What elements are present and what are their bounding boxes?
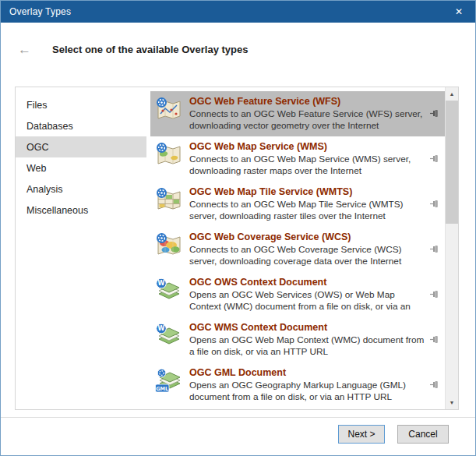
scrollbar-thumb[interactable]: [446, 101, 458, 224]
item-description: Opens an OGC Web Map Context (WMC) docum…: [189, 334, 426, 357]
item-title: OGC Web Map Tile Service (WMTS): [189, 186, 426, 197]
footer: Next > Cancel: [1, 417, 475, 455]
item-title: OGC Web Coverage Service (WCS): [189, 232, 426, 242]
window-title: Overlay Types: [1, 6, 71, 17]
pin-button[interactable]: [429, 379, 443, 393]
item-description: Opens an OGC Web Services (OWS) or Web M…: [189, 289, 426, 312]
sidebar-item-miscellaneous[interactable]: Miscellaneous: [16, 200, 146, 221]
pin-icon: [429, 380, 439, 390]
back-arrow-icon: ←: [18, 42, 31, 57]
sidebar-item-web[interactable]: Web: [16, 157, 146, 179]
scrollbar: ▲ ▼: [445, 87, 458, 409]
pin-button[interactable]: [429, 198, 443, 212]
list-item-wfs[interactable]: OGC Web Feature Service (WFS) Connects t…: [150, 91, 445, 136]
pin-button[interactable]: [429, 243, 443, 257]
item-title: OGC Web Feature Service (WFS): [189, 96, 426, 107]
list-item-gml[interactable]: GML OGC GML Document Opens an OGC Geogra…: [150, 362, 445, 408]
item-description: Connects to an OGC Web Map Tile Service …: [189, 199, 426, 221]
ows-context-icon: W: [155, 277, 183, 306]
item-title: OGC GML Document: [189, 367, 426, 378]
scrollbar-track[interactable]: [446, 101, 458, 396]
pin-button[interactable]: [429, 288, 443, 302]
pin-icon: [429, 289, 439, 299]
next-button[interactable]: Next >: [338, 425, 385, 444]
titlebar: Overlay Types ✕: [1, 1, 475, 23]
close-icon: ✕: [455, 6, 463, 17]
pin-icon: [429, 199, 439, 209]
pin-icon: [429, 334, 439, 345]
item-text: OGC Web Map Tile Service (WMTS) Connects…: [183, 186, 429, 221]
sidebar-item-analysis[interactable]: Analysis: [16, 179, 146, 200]
page-title: Select one of the available Overlay type…: [52, 44, 248, 55]
back-button[interactable]: ←: [18, 43, 31, 56]
item-text: OGC GML Document Opens an OGC Geography …: [183, 367, 429, 402]
item-title: OGC WMS Context Document: [189, 322, 426, 333]
overlay-type-list: OGC Web Feature Service (WFS) Connects t…: [146, 87, 445, 409]
svg-text:W: W: [158, 325, 165, 332]
item-description: Connects to an OGC Web Coverage Service …: [189, 244, 426, 267]
scroll-up-button[interactable]: ▲: [446, 87, 458, 101]
overlay-types-dialog: Overlay Types ✕ ← Select one of the avai…: [0, 0, 476, 456]
item-text: OGC OWS Context Document Opens an OGC We…: [183, 277, 429, 312]
list-item-ows-context[interactable]: W OGC OWS Context Document Opens an OGC …: [150, 272, 445, 317]
list-item-wcs[interactable]: OGC Web Coverage Service (WCS) Connects …: [150, 227, 445, 272]
pin-icon: [429, 154, 439, 164]
svg-text:W: W: [158, 280, 165, 287]
sidebar-item-files[interactable]: Files: [16, 94, 146, 115]
list-item-wms-context[interactable]: W OGC WMS Context Document Opens an OGC …: [150, 317, 445, 362]
item-text: OGC Web Coverage Service (WCS) Connects …: [183, 232, 429, 267]
cancel-button[interactable]: Cancel: [397, 425, 449, 444]
item-title: OGC OWS Context Document: [189, 277, 426, 288]
pin-button[interactable]: [429, 334, 443, 348]
wizard-header: ← Select one of the available Overlay ty…: [1, 23, 475, 76]
wms-map-icon: [155, 142, 183, 170]
item-title: OGC Web Map Service (WMS): [189, 141, 426, 152]
pin-button[interactable]: [429, 108, 443, 122]
gml-document-icon: GML: [155, 368, 183, 396]
category-sidebar: Files Databases OGC Web Analysis Miscell…: [16, 87, 146, 409]
item-text: OGC Web Map Service (WMS) Connects to an…: [183, 141, 429, 176]
item-description: Connects to an OGC Web Map Service (WMS)…: [189, 154, 426, 176]
list-item-wmts[interactable]: OGC Web Map Tile Service (WMTS) Connects…: [150, 182, 445, 227]
pin-icon: [429, 244, 439, 254]
item-description: Connects to an OGC Web Feature Service (…: [189, 108, 426, 131]
item-text: OGC Web Feature Service (WFS) Connects t…: [183, 96, 429, 131]
wmts-map-icon: [155, 187, 183, 215]
sidebar-item-ogc[interactable]: OGC: [16, 136, 146, 157]
chevron-down-icon: ▼: [450, 400, 455, 405]
wcs-map-icon: [155, 232, 183, 260]
scroll-down-button[interactable]: ▼: [446, 396, 458, 409]
wms-context-icon: W: [155, 323, 183, 351]
list-item-wms[interactable]: OGC Web Map Service (WMS) Connects to an…: [150, 136, 445, 182]
svg-text:GML: GML: [156, 386, 168, 392]
pin-icon: [429, 108, 439, 118]
wfs-map-icon: [155, 97, 183, 125]
item-text: OGC WMS Context Document Opens an OGC We…: [183, 322, 429, 357]
content-area: Files Databases OGC Web Analysis Miscell…: [15, 87, 459, 410]
sidebar-item-databases[interactable]: Databases: [16, 115, 146, 136]
pin-button[interactable]: [429, 153, 443, 167]
chevron-up-icon: ▲: [450, 91, 455, 97]
item-description: Opens an OGC Geography Markup Language (…: [189, 380, 426, 402]
close-button[interactable]: ✕: [443, 1, 475, 23]
